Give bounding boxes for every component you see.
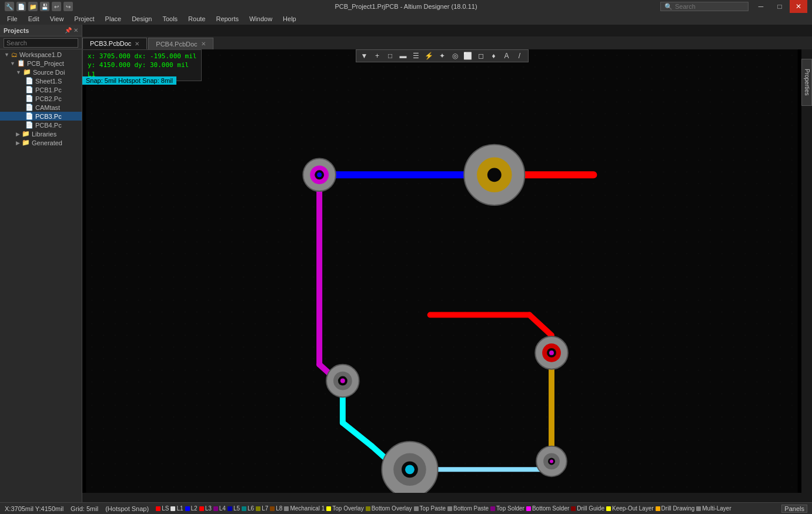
file-pcb1-icon: 📄 [25, 86, 34, 94]
maximize-button[interactable]: □ [771, 0, 788, 13]
undo-icon[interactable]: ↩ [52, 2, 61, 11]
layer-l7[interactable]: L7 [256, 505, 268, 512]
tree-generated[interactable]: ▶ 📁 Generated [0, 138, 82, 147]
generated-folder-icon: 📁 [22, 139, 30, 146]
pcb-list-btn[interactable]: ☰ [410, 51, 422, 61]
pcb-view [82, 49, 801, 493]
tab-pcb3-close[interactable]: ✕ [135, 41, 139, 47]
layer-mech1[interactable]: Mechanical 1 [284, 505, 325, 512]
pcb-add-btn[interactable]: + [372, 51, 383, 61]
tab-pcb4[interactable]: PCB4.PcbDoc ✕ [148, 38, 213, 49]
layer-l6[interactable]: L6 [242, 505, 254, 512]
tree-file-pcb2[interactable]: 📄 PCB2.Pc [0, 94, 82, 103]
menu-view[interactable]: View [45, 14, 69, 24]
status-right[interactable]: Panels [777, 505, 812, 512]
menu-bar: File Edit View Project Place Design Tool… [0, 13, 812, 25]
status-left: X:3705mil Y:4150mil Grid: 5mil (Hotspot … [0, 505, 153, 512]
pcb-line-btn[interactable]: / [514, 51, 526, 61]
tree-file-pcb1[interactable]: 📄 PCB1.Pc [0, 85, 82, 94]
tab-pcb4-close[interactable]: ✕ [201, 41, 206, 47]
tree-file-pcb3[interactable]: 📄 PCB3.Pc [0, 112, 82, 121]
new-icon[interactable]: 📄 [16, 2, 26, 11]
save-icon[interactable]: 💾 [40, 2, 49, 11]
svg-point-24 [340, 379, 345, 383]
svg-point-32 [550, 459, 553, 463]
file-cam-label: CAMtast [35, 104, 60, 111]
source-docs-label: Source Doi [33, 69, 65, 76]
layer-bot-paste[interactable]: Bottom Paste [447, 505, 489, 512]
search-input-title[interactable] [675, 3, 744, 10]
pcb-route-btn[interactable]: ⚡ [423, 51, 435, 61]
pcb-sq-btn[interactable]: ⬜ [462, 51, 474, 61]
file-sheet1-label: Sheet1.S [35, 78, 62, 85]
file-sheet1-icon: 📄 [25, 77, 34, 85]
pcb-text-btn[interactable]: A [501, 51, 513, 61]
layer-drill-drawing[interactable]: Drill Drawing [656, 505, 695, 512]
layer-drill-guide[interactable]: Drill Guide [571, 505, 604, 512]
menu-project[interactable]: Project [69, 14, 99, 24]
pcb-rect-btn[interactable]: □ [385, 51, 396, 61]
layer-ls[interactable]: LS [156, 505, 169, 512]
global-search[interactable]: 🔍 [660, 2, 748, 11]
tree-libraries[interactable]: ▶ 📁 Libraries [0, 129, 82, 138]
pcb-canvas[interactable] [82, 49, 801, 493]
panel-controls: 📌 ✕ [65, 27, 78, 34]
pcb-sq2-btn[interactable]: ◻ [475, 51, 487, 61]
menu-place[interactable]: Place [101, 14, 126, 24]
tree-project[interactable]: ▼ 📋 PCB_Project [0, 59, 82, 68]
panel-close-icon[interactable]: ✕ [73, 27, 78, 34]
search-box [0, 36, 82, 49]
app-icon: 🔧 [5, 2, 14, 11]
open-icon[interactable]: 📁 [28, 2, 38, 11]
tab-pcb3[interactable]: PCB3.PcbDoc ✕ [82, 38, 147, 49]
layer-bar: LS L1 L2 L3 L4 L5 L6 L7 L8 Mechanical 1 … [153, 505, 777, 512]
layer-multi[interactable]: Multi-Layer [696, 505, 731, 512]
pcb-star-btn[interactable]: ✦ [436, 51, 448, 61]
layer-bot-overlay[interactable]: Bottom Overlay [366, 505, 412, 512]
folder-source-icon: 📁 [23, 68, 31, 76]
file-pcb2-icon: 📄 [25, 95, 34, 102]
menu-file[interactable]: File [2, 14, 22, 24]
layer-top-paste[interactable]: Top Paste [414, 505, 446, 512]
layer-l4[interactable]: L4 [213, 505, 226, 512]
panel-pin-icon[interactable]: 📌 [65, 27, 72, 34]
pcb-fill-btn[interactable]: ♦ [488, 51, 500, 61]
layer-l5[interactable]: L5 [228, 505, 240, 512]
svg-point-16 [487, 168, 502, 182]
tree-workspace[interactable]: ▼ 🗂 Workspace1.D [0, 51, 82, 59]
layer-bot-solder[interactable]: Bottom Solder [526, 505, 569, 512]
tree-file-pcb4[interactable]: 📄 PCB4.Pc [0, 121, 82, 129]
pcb-pad-btn[interactable]: ◎ [449, 51, 461, 61]
generated-label: Generated [32, 139, 62, 146]
layer-l1[interactable]: L1 [171, 505, 183, 512]
tree-source-docs[interactable]: ▼ 📁 Source Doi [0, 68, 82, 76]
tree-file-sheet1[interactable]: 📄 Sheet1.S [0, 76, 82, 85]
layer-top-solder[interactable]: Top Solder [490, 505, 524, 512]
expand-gen-icon: ▶ [16, 140, 20, 146]
menu-design[interactable]: Design [127, 14, 156, 24]
menu-tools[interactable]: Tools [158, 14, 182, 24]
menu-window[interactable]: Window [245, 14, 277, 24]
layer-keepout[interactable]: Keep-Out Layer [606, 505, 654, 512]
menu-route[interactable]: Route [183, 14, 210, 24]
pcb-bar-btn[interactable]: ▬ [397, 51, 409, 61]
close-button[interactable]: ✕ [790, 0, 807, 13]
minimize-button[interactable]: ─ [752, 0, 770, 13]
menu-reports[interactable]: Reports [211, 14, 243, 24]
layer-top-overlay[interactable]: Top Overlay [326, 505, 363, 512]
tree-file-cam[interactable]: 📄 CAMtast [0, 103, 82, 112]
libraries-label: Libraries [32, 131, 56, 138]
redo-icon[interactable]: ↪ [64, 2, 73, 11]
properties-panel-tab[interactable]: Properties [801, 59, 812, 106]
tabs-bar: PCB3.PcbDoc ✕ PCB4.PcbDoc ✕ [82, 36, 812, 49]
menu-help[interactable]: Help [278, 14, 301, 24]
layer-l2[interactable]: L2 [185, 505, 198, 512]
layer-l3[interactable]: L3 [199, 505, 212, 512]
libraries-folder-icon: 📁 [22, 130, 30, 138]
menu-edit[interactable]: Edit [24, 14, 44, 24]
layer-l8[interactable]: L8 [270, 505, 282, 512]
svg-point-28 [549, 351, 554, 355]
project-search-input[interactable] [4, 38, 78, 48]
pcb-filter-btn[interactable]: ▼ [359, 51, 370, 61]
panels-button[interactable]: Panels [781, 505, 807, 513]
